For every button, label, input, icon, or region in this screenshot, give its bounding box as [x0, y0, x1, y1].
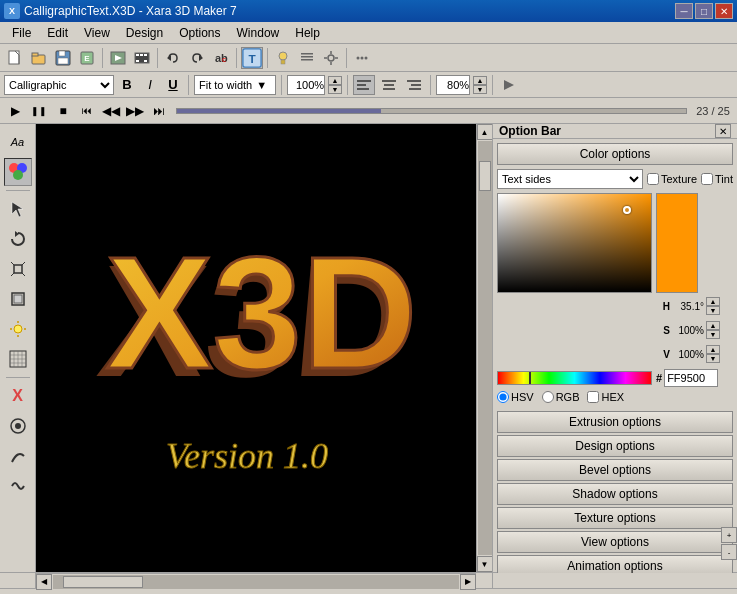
extrusion-options-btn[interactable]: Extrusion options	[497, 411, 733, 433]
back-button[interactable]: ◀◀	[100, 101, 122, 121]
s-up-button[interactable]: ▲	[706, 321, 720, 330]
more-button[interactable]	[351, 47, 373, 69]
rgb-radio-label[interactable]: RGB	[542, 391, 580, 403]
font-select[interactable]: Calligraphic	[4, 75, 114, 95]
hsv-radio[interactable]	[497, 391, 509, 403]
close-button[interactable]: ✕	[715, 3, 733, 19]
h-up-button[interactable]: ▲	[706, 297, 720, 306]
fit-dropdown[interactable]: Fit to width ▼	[194, 75, 276, 95]
design-options-btn[interactable]: Design options	[497, 435, 733, 457]
scroll-track-v[interactable]	[478, 141, 492, 555]
menu-edit[interactable]: Edit	[39, 24, 76, 42]
options-button[interactable]	[296, 47, 318, 69]
settings-button[interactable]	[320, 47, 342, 69]
hue-bar[interactable]	[497, 371, 652, 385]
v-up-button[interactable]: ▲	[706, 345, 720, 354]
texture-checkbox[interactable]	[647, 173, 659, 185]
texture-options-btn[interactable]: Texture options	[497, 507, 733, 529]
minimize-button[interactable]: ─	[675, 3, 693, 19]
forward-button[interactable]: ▶▶	[124, 101, 146, 121]
rewind-button[interactable]: ⏮	[76, 101, 98, 121]
menu-design[interactable]: Design	[118, 24, 171, 42]
size-down-button[interactable]: ▼	[473, 85, 487, 94]
zoom-out-button[interactable]: -	[721, 544, 737, 560]
pointer-tool-button[interactable]	[4, 195, 32, 223]
bulb-button[interactable]	[272, 47, 294, 69]
size-up-button[interactable]: ▲	[473, 76, 487, 85]
maximize-button[interactable]: □	[695, 3, 713, 19]
redo-button[interactable]	[186, 47, 208, 69]
path-tool-button[interactable]	[4, 442, 32, 470]
extrude-tool-button[interactable]	[4, 255, 32, 283]
bevel-options-btn[interactable]: Bevel options	[497, 459, 733, 481]
tint-checkbox-label[interactable]: Tint	[701, 173, 733, 185]
save-button[interactable]	[52, 47, 74, 69]
size-input[interactable]	[436, 75, 470, 95]
export-button[interactable]: E	[76, 47, 98, 69]
hsv-radio-label[interactable]: HSV	[497, 391, 534, 403]
align-center-button[interactable]	[378, 75, 400, 95]
extra-btn[interactable]	[498, 74, 520, 96]
horizontal-scrollbar[interactable]: ◀ ▶	[36, 573, 476, 589]
color-dropdown[interactable]: Text sides	[497, 169, 643, 189]
color-options-header[interactable]: Color options	[497, 143, 733, 165]
h-down-button[interactable]: ▼	[706, 306, 720, 315]
view-options-btn[interactable]: View options	[497, 531, 733, 553]
zoom-up-button[interactable]: ▲	[328, 76, 342, 85]
color-tool-button[interactable]	[4, 158, 32, 186]
menu-window[interactable]: Window	[229, 24, 288, 42]
menu-help[interactable]: Help	[287, 24, 328, 42]
s-down-button[interactable]: ▼	[706, 330, 720, 339]
movie-button[interactable]	[131, 47, 153, 69]
s-spinner[interactable]: ▲ ▼	[706, 321, 720, 339]
v-down-button[interactable]: ▼	[706, 354, 720, 363]
font-tool-button[interactable]: Aa	[4, 128, 32, 156]
size-spinner[interactable]: ▲ ▼	[473, 76, 487, 94]
zoom-spinner[interactable]: ▲ ▼	[328, 76, 342, 94]
hex-checkbox[interactable]	[587, 391, 599, 403]
fx-tool-button[interactable]	[4, 472, 32, 500]
hex-input[interactable]	[664, 369, 718, 387]
tint-checkbox[interactable]	[701, 173, 713, 185]
text-tool-btn[interactable]: T	[241, 47, 263, 69]
stop-button[interactable]: ■	[52, 101, 74, 121]
texture-tool-button[interactable]	[4, 345, 32, 373]
bold-button[interactable]: B	[117, 75, 137, 95]
scroll-left-button[interactable]: ◀	[36, 574, 52, 590]
x-tool-button[interactable]: X	[4, 382, 32, 410]
animation-progress[interactable]	[176, 108, 687, 114]
align-left-button[interactable]	[353, 75, 375, 95]
rgb-radio[interactable]	[542, 391, 554, 403]
v-spinner[interactable]: ▲ ▼	[706, 345, 720, 363]
play-button[interactable]: ▶	[4, 101, 26, 121]
shadow-options-btn[interactable]: Shadow options	[497, 483, 733, 505]
menu-file[interactable]: File	[4, 24, 39, 42]
preview-button[interactable]	[107, 47, 129, 69]
undo-button[interactable]	[162, 47, 184, 69]
panel-close-button[interactable]: ✕	[715, 124, 731, 138]
hscroll-track[interactable]	[53, 575, 459, 589]
h-spinner[interactable]: ▲ ▼	[706, 297, 720, 315]
scroll-right-button[interactable]: ▶	[460, 574, 476, 590]
texture-checkbox-label[interactable]: Texture	[647, 173, 697, 185]
color-preview[interactable]	[656, 193, 698, 293]
end-button[interactable]: ⏭	[148, 101, 170, 121]
zoom-down-button[interactable]: ▼	[328, 85, 342, 94]
hscroll-thumb[interactable]	[63, 576, 143, 588]
hex-checkbox-label[interactable]: HEX	[587, 391, 624, 403]
underline-button[interactable]: U	[163, 75, 183, 95]
zoom-input[interactable]	[287, 75, 325, 95]
open-button[interactable]	[28, 47, 50, 69]
scroll-down-button[interactable]: ▼	[477, 556, 493, 572]
new-button[interactable]	[4, 47, 26, 69]
scroll-up-button[interactable]: ▲	[477, 124, 493, 140]
italic-button[interactable]: I	[140, 75, 160, 95]
color-gradient-picker[interactable]	[497, 193, 652, 293]
anim-tool-button[interactable]	[4, 412, 32, 440]
spellcheck-button[interactable]: abc	[210, 47, 232, 69]
rotate-tool-button[interactable]	[4, 225, 32, 253]
light-tool-button[interactable]	[4, 315, 32, 343]
pause-button[interactable]: ❚❚	[28, 101, 50, 121]
scroll-thumb-v[interactable]	[479, 161, 491, 191]
zoom-in-button[interactable]: +	[721, 527, 737, 543]
